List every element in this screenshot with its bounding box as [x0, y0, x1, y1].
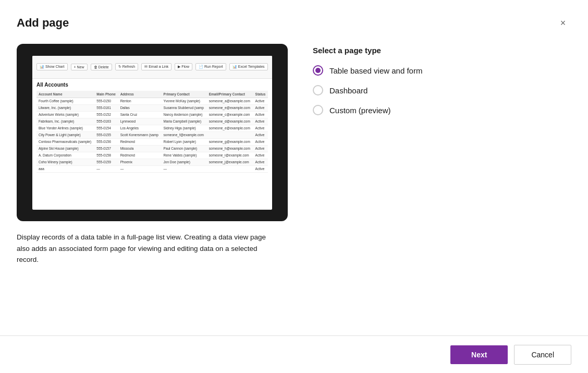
table-cell: Dallas — [118, 104, 162, 111]
table-cell: Maria Campbell (sample) — [162, 118, 207, 125]
add-page-dialog: Add page × 📊 Show Chart + New 🗑 Delete ↻… — [0, 0, 588, 373]
screen-content: All Accounts Account Name Main Phone Add… — [32, 79, 272, 176]
table-cell: Fourth Coffee (sample) — [36, 98, 94, 104]
table-cell: Santa Cruz — [118, 111, 162, 118]
col-main-phone: Main Phone — [94, 91, 118, 98]
table-cell: Contoso Pharmaceuticals (sample) — [36, 138, 94, 145]
radio-label-table-based: Table based view and form — [329, 66, 422, 75]
table-cell: Adventure Works (sample) — [36, 111, 94, 118]
table-cell: Active — [253, 131, 268, 138]
table-cell: — — [162, 165, 207, 172]
table-cell: someone_j@example.com — [207, 159, 253, 165]
dialog-body: 📊 Show Chart + New 🗑 Delete ↻ Refresh ✉ … — [0, 40, 588, 335]
col-email: Email/Primary Contact — [207, 91, 253, 98]
data-table: Account Name Main Phone Address Primary … — [36, 91, 268, 173]
table-cell: Active — [253, 118, 268, 125]
table-cell: Missoula — [118, 145, 162, 152]
table-cell: Litware, Inc. (sample) — [36, 104, 94, 111]
col-address: Address — [118, 91, 162, 98]
radio-item-dashboard[interactable]: Dashboard — [313, 85, 571, 95]
table-cell: 555-0163 — [94, 118, 118, 125]
table-cell: Nancy Anderson (sample) — [162, 111, 207, 118]
table-cell: Robert Lyon (sample) — [162, 138, 207, 145]
table-cell: 555-0150 — [94, 98, 118, 104]
new-btn: + New — [71, 64, 88, 70]
table-cell: Phoenix — [118, 159, 162, 165]
table-cell: 555-0158 — [94, 152, 118, 159]
select-page-type-title: Select a page type — [313, 46, 571, 55]
table-row: Alpine Ski House (sample)555-0157Missoul… — [36, 145, 268, 152]
col-primary-contact: Primary Contact — [162, 91, 207, 98]
table-cell: Yvonne McKay (sample) — [162, 98, 207, 104]
screen-toolbar: 📊 Show Chart + New 🗑 Delete ↻ Refresh ✉ … — [32, 56, 272, 79]
radio-group: Table based view and form Dashboard Cust… — [313, 65, 571, 115]
description-text: Display records of a data table in a ful… — [17, 232, 277, 266]
table-cell: Active — [253, 98, 268, 104]
table-cell: someone_g@example.com — [207, 138, 253, 145]
dialog-footer: Next Cancel — [0, 335, 588, 373]
table-cell: — — [94, 165, 118, 172]
table-cell: Lynnwood — [118, 118, 162, 125]
table-cell: someone_c@example.com — [207, 111, 253, 118]
table-cell: Active — [253, 165, 268, 172]
tablet-screen: 📊 Show Chart + New 🗑 Delete ↻ Refresh ✉ … — [32, 56, 272, 210]
table-cell: someone_d@example.com — [207, 118, 253, 125]
cancel-button[interactable]: Cancel — [514, 345, 571, 365]
table-cell — [207, 131, 253, 138]
delete-btn: 🗑 Delete — [91, 64, 112, 70]
table-cell: someone_a@example.com — [207, 98, 253, 104]
table-cell: Redmond — [118, 138, 162, 145]
table-cell: Paul Cannon (sample) — [162, 145, 207, 152]
radio-item-table-based[interactable]: Table based view and form — [313, 65, 571, 76]
radio-circle-table-based — [313, 65, 323, 76]
table-cell: Active — [253, 145, 268, 152]
table-cell: Susanna Stubberud (samp — [162, 104, 207, 111]
table-row: Blue Yonder Airlines (sample)555-0154Los… — [36, 125, 268, 131]
table-body: Fourth Coffee (sample)555-0150RentonYvon… — [36, 98, 268, 172]
table-cell: Sidney Higa (sample) — [162, 125, 207, 131]
table-cell: Fabrikam, Inc. (sample) — [36, 118, 94, 125]
radio-circle-custom — [313, 105, 323, 115]
close-button[interactable]: × — [555, 15, 571, 31]
show-chart-btn: 📊 Show Chart — [36, 63, 68, 70]
refresh-btn: ↻ Refresh — [115, 63, 138, 70]
table-row: Litware, Inc. (sample)555-0161DallasSusa… — [36, 104, 268, 111]
table-cell: Active — [253, 104, 268, 111]
table-row: A. Datum Corporation555-0158RedmondRene … — [36, 152, 268, 159]
table-cell: someone_h@example.com — [207, 145, 253, 152]
table-cell: Active — [253, 111, 268, 118]
table-cell: 555-0155 — [94, 131, 118, 138]
radio-circle-dashboard — [313, 85, 323, 95]
table-cell: Redmond — [118, 152, 162, 159]
table-cell: Los Angeles — [118, 125, 162, 131]
table-cell: someone_e@example.com — [207, 125, 253, 131]
run-report-btn: 📄 Run Report — [195, 63, 226, 70]
col-account-name: Account Name — [36, 91, 94, 98]
table-cell: Blue Yonder Airlines (sample) — [36, 125, 94, 131]
table-cell: — — [118, 165, 162, 172]
flow-btn: ▶ Flow — [175, 63, 192, 70]
table-row: Adventure Works (sample)555-0152Santa Cr… — [36, 111, 268, 118]
table-row: City Power & Light (sample)555-0155Scott… — [36, 131, 268, 138]
next-button[interactable]: Next — [450, 345, 508, 364]
table-cell — [207, 165, 253, 172]
table-row: Contoso Pharmaceuticals (sample)555-0156… — [36, 138, 268, 145]
table-cell: 555-0157 — [94, 145, 118, 152]
dialog-header: Add page × — [0, 0, 588, 40]
table-row: Coho Winery (sample)555-0159PhoenixJon D… — [36, 159, 268, 165]
excel-btn: 📊 Excel Templates — [229, 63, 268, 70]
table-cell: Rene Valdes (sample) — [162, 152, 207, 159]
radio-label-dashboard: Dashboard — [329, 86, 368, 95]
table-cell: someone_f@example.com — [162, 131, 207, 138]
dialog-title: Add page — [17, 16, 69, 30]
table-row: Fourth Coffee (sample)555-0150RentonYvon… — [36, 98, 268, 104]
table-cell: someone_i@example.com — [207, 152, 253, 159]
email-btn: ✉ Email a Link — [141, 63, 172, 70]
radio-item-custom[interactable]: Custom (preview) — [313, 105, 571, 115]
table-cell: Active — [253, 159, 268, 165]
table-cell: Renton — [118, 98, 162, 104]
radio-label-custom: Custom (preview) — [329, 106, 391, 115]
table-cell: aaa — [36, 165, 94, 172]
table-cell: someone_e@example.com — [207, 104, 253, 111]
table-row: aaa———Active — [36, 165, 268, 172]
